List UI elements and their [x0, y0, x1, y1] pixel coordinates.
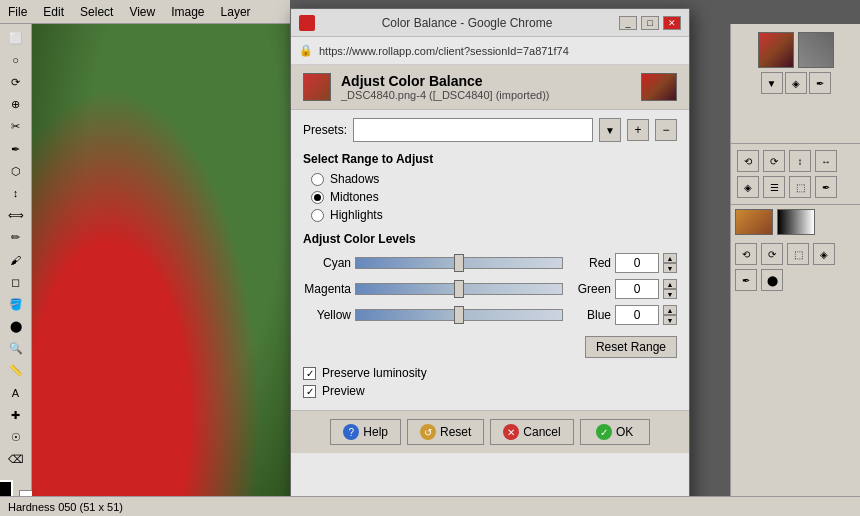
- chrome-close-button[interactable]: ✕: [663, 16, 681, 30]
- tool-smudge[interactable]: ⌫: [4, 450, 28, 470]
- right-lower-btn-6[interactable]: ☰: [763, 176, 785, 198]
- reset-range-row: Reset Range: [303, 336, 677, 358]
- preview-label: Preview: [322, 384, 365, 398]
- right-bottom-btn-1[interactable]: ⟲: [735, 243, 757, 265]
- cyan-red-slider[interactable]: [355, 257, 563, 269]
- magenta-green-thumb[interactable]: [454, 280, 464, 298]
- menu-layer[interactable]: Layer: [213, 2, 259, 22]
- menu-image[interactable]: Image: [163, 2, 212, 22]
- range-highlights-radio[interactable]: [311, 209, 324, 222]
- cyan-red-spin-up[interactable]: ▲: [663, 253, 677, 263]
- help-button[interactable]: ? Help: [330, 419, 401, 445]
- right-btn-3[interactable]: ✒: [809, 72, 831, 94]
- menu-file[interactable]: File: [0, 2, 35, 22]
- menu-select[interactable]: Select: [72, 2, 121, 22]
- right-lower-btn-3[interactable]: ↕: [789, 150, 811, 172]
- preserve-luminosity-checkbox[interactable]: ✓: [303, 367, 316, 380]
- presets-add-button[interactable]: +: [627, 119, 649, 141]
- range-midtones-radio[interactable]: [311, 191, 324, 204]
- tool-eraser[interactable]: ◻: [4, 272, 28, 292]
- address-url[interactable]: https://www.rollapp.com/client?sessionId…: [319, 45, 681, 57]
- range-midtones-option[interactable]: Midtones: [311, 190, 677, 204]
- tool-flip[interactable]: ⟺: [4, 206, 28, 226]
- right-btn-2[interactable]: ◈: [785, 72, 807, 94]
- preserve-luminosity-row[interactable]: ✓ Preserve luminosity: [303, 366, 677, 380]
- right-bottom-btn-3[interactable]: ⬚: [787, 243, 809, 265]
- preview-row[interactable]: ✓ Preview: [303, 384, 677, 398]
- tool-paths[interactable]: ✒: [4, 139, 28, 159]
- gradient-swatch-2[interactable]: [777, 209, 815, 235]
- cyan-red-slider-row: Cyan Red ▲ ▼: [303, 252, 677, 274]
- range-shadows-radio[interactable]: [311, 173, 324, 186]
- menu-edit[interactable]: Edit: [35, 2, 72, 22]
- yellow-label: Yellow: [303, 308, 351, 322]
- tool-dodge[interactable]: ☉: [4, 427, 28, 447]
- bottom-right-icons: ⟲ ⟳ ⬚ ◈ ✒ ⬤: [731, 239, 860, 295]
- presets-dropdown-arrow[interactable]: ▼: [599, 118, 621, 142]
- tool-zoom[interactable]: 🔍: [4, 339, 28, 359]
- tool-rect-select[interactable]: ⬜: [4, 28, 28, 48]
- chrome-maximize-button[interactable]: □: [641, 16, 659, 30]
- tool-pencil[interactable]: ✏: [4, 228, 28, 248]
- right-panel: ▼ ◈ ✒ ⟲ ⟳ ↕ ↔ ◈ ☰ ⬚ ✒ ⟲ ⟳ ⬚ ◈ ✒ ⬤: [730, 24, 860, 516]
- dialog-content: Adjust Color Balance _DSC4840.png-4 ([_D…: [291, 65, 689, 507]
- menu-view[interactable]: View: [121, 2, 163, 22]
- cyan-red-value[interactable]: [615, 253, 659, 273]
- color-levels-section: Adjust Color Levels Cyan Red ▲ ▼: [303, 232, 677, 326]
- yellow-blue-spin-up[interactable]: ▲: [663, 305, 677, 315]
- ok-button[interactable]: ✓ OK: [580, 419, 650, 445]
- right-btn-1[interactable]: ▼: [761, 72, 783, 94]
- tool-fuzzy-select[interactable]: ⊕: [4, 95, 28, 115]
- tool-lasso[interactable]: ⟳: [4, 72, 28, 92]
- yellow-blue-slider[interactable]: [355, 309, 563, 321]
- range-highlights-option[interactable]: Highlights: [311, 208, 677, 222]
- magenta-green-slider[interactable]: [355, 283, 563, 295]
- reset-button[interactable]: ↺ Reset: [407, 419, 484, 445]
- presets-label: Presets:: [303, 123, 347, 137]
- yellow-blue-value[interactable]: [615, 305, 659, 325]
- cancel-button[interactable]: ✕ Cancel: [490, 419, 573, 445]
- right-lower-btn-1[interactable]: ⟲: [737, 150, 759, 172]
- tool-scissors[interactable]: ✂: [4, 117, 28, 137]
- tool-ellipse-select[interactable]: ○: [4, 50, 28, 70]
- address-lock-icon: 🔒: [299, 44, 313, 57]
- range-shadows-option[interactable]: Shadows: [311, 172, 677, 186]
- tool-paintbrush[interactable]: 🖌: [4, 250, 28, 270]
- magenta-green-spin-up[interactable]: ▲: [663, 279, 677, 289]
- right-lower-btn-4[interactable]: ↔: [815, 150, 837, 172]
- right-bottom-btn-6[interactable]: ⬤: [761, 269, 783, 291]
- reset-range-button[interactable]: Reset Range: [585, 336, 677, 358]
- range-radio-group: Shadows Midtones Highlights: [303, 172, 677, 222]
- right-lower-btn-5[interactable]: ◈: [737, 176, 759, 198]
- right-lower-btn-7[interactable]: ⬚: [789, 176, 811, 198]
- chrome-minimize-button[interactable]: _: [619, 16, 637, 30]
- yellow-blue-spin-down[interactable]: ▼: [663, 315, 677, 325]
- right-bottom-btn-4[interactable]: ◈: [813, 243, 835, 265]
- right-icons-row: ▼ ◈ ✒: [761, 72, 831, 94]
- cyan-red-thumb[interactable]: [454, 254, 464, 272]
- magenta-green-value[interactable]: [615, 279, 659, 299]
- tool-bucket[interactable]: 🪣: [4, 294, 28, 314]
- right-lower-btn-2[interactable]: ⟳: [763, 150, 785, 172]
- tool-transform[interactable]: ↕: [4, 183, 28, 203]
- preview-checkbox[interactable]: ✓: [303, 385, 316, 398]
- presets-input[interactable]: [353, 118, 593, 142]
- gradient-swatch-1[interactable]: [735, 209, 773, 235]
- magenta-green-spin-down[interactable]: ▼: [663, 289, 677, 299]
- cyan-red-spin-down[interactable]: ▼: [663, 263, 677, 273]
- tool-clone[interactable]: ⬡: [4, 161, 28, 181]
- presets-delete-button[interactable]: −: [655, 119, 677, 141]
- yellow-blue-thumb[interactable]: [454, 306, 464, 324]
- tool-heal[interactable]: ✚: [4, 405, 28, 425]
- range-midtones-label: Midtones: [330, 190, 379, 204]
- preserve-luminosity-label: Preserve luminosity: [322, 366, 427, 380]
- tool-text[interactable]: A: [4, 383, 28, 403]
- tool-measure[interactable]: 📏: [4, 361, 28, 381]
- dialog-icon: [303, 73, 331, 101]
- status-bar: Hardness 050 (51 x 51): [0, 496, 860, 516]
- tool-blend[interactable]: ⬤: [4, 316, 28, 336]
- right-lower-btn-8[interactable]: ✒: [815, 176, 837, 198]
- cancel-icon: ✕: [503, 424, 519, 440]
- right-bottom-btn-2[interactable]: ⟳: [761, 243, 783, 265]
- right-bottom-btn-5[interactable]: ✒: [735, 269, 757, 291]
